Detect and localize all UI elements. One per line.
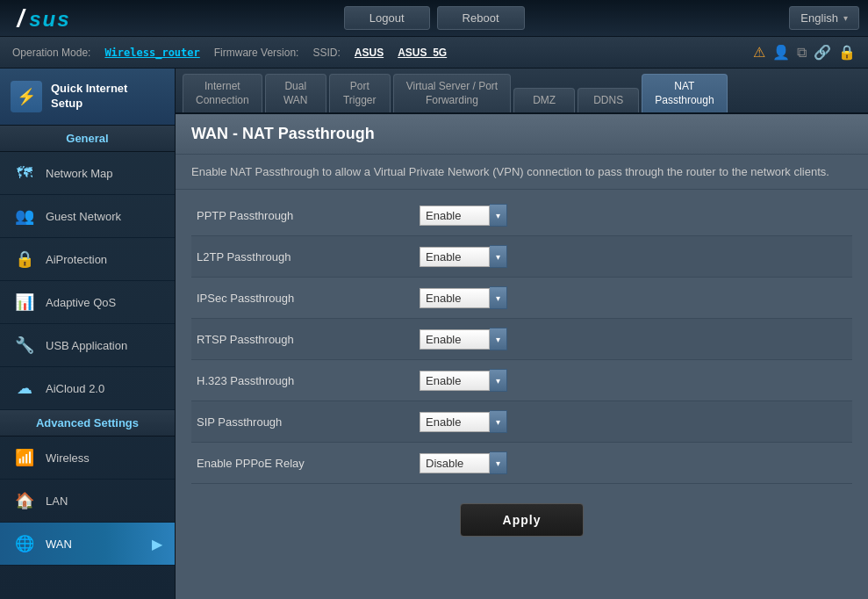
settings-table: PPTP Passthrough Enable Disable ▾ L2TP P… [176,190,868,489]
tab-dual-wan[interactable]: DualWAN [265,74,326,112]
sidebar-item-lan-label: LAN [46,494,68,508]
link-icon: 🔗 [814,44,831,61]
logo: /sus [9,3,79,34]
logout-button[interactable]: Logout [344,6,430,30]
adaptive-qos-icon: 📊 [12,290,37,314]
h323-select[interactable]: Enable Disable [420,371,490,391]
pppoe-dropdown-arrow[interactable]: ▾ [490,451,507,474]
rtsp-dropdown-wrapper: Enable Disable ▾ [420,328,507,350]
pptp-dropdown-arrow[interactable]: ▾ [490,204,507,227]
usb-application-icon: 🔧 [12,333,37,357]
tab-port-trigger[interactable]: PortTrigger [329,74,391,112]
tabs-bar: InternetConnection DualWAN PortTrigger V… [176,69,868,114]
sidebar-item-wireless-label: Wireless [46,451,90,465]
language-label: English [800,11,838,25]
pppoe-dropdown-wrapper: Disable Enable ▾ [420,451,507,474]
language-button[interactable]: English ▾ [789,6,859,30]
main-layout: ⚡ Quick InternetSetup General 🗺 Network … [0,69,868,599]
l2tp-dropdown-wrapper: Enable Disable ▾ [420,245,507,268]
sidebar-item-wan-label: WAN [46,538,72,551]
ipsec-dropdown-arrow[interactable]: ▾ [490,286,507,309]
table-row: Enable PPPoE Relay Disable Enable ▾ [191,443,852,484]
sidebar-advanced-header: Advanced Settings [0,410,175,437]
sidebar-item-aicloud[interactable]: ☁ AiCloud 2.0 [0,367,175,410]
chevron-down-icon: ▾ [843,13,848,23]
tab-virtual-server[interactable]: Virtual Server / PortForwarding [393,74,511,112]
table-row: L2TP Passthrough Enable Disable ▾ [191,236,852,278]
pppoe-select[interactable]: Disable Enable [420,453,490,473]
header-center: Logout Reboot [79,6,789,30]
sip-label: SIP Passthrough [191,415,420,429]
sidebar-item-lan[interactable]: 🏠 LAN [0,480,175,523]
sidebar-item-wireless[interactable]: 📶 Wireless [0,437,175,480]
status-icons: ⚠ 👤 ⧉ 🔗 🔒 [753,44,856,61]
content-area: InternetConnection DualWAN PortTrigger V… [176,69,868,599]
page-title: WAN - NAT Passthrough [191,125,852,143]
quick-setup-label: Quick InternetSetup [51,82,127,112]
sidebar-item-adaptive-qos-label: Adaptive QoS [46,296,116,309]
table-row: H.323 Passthrough Enable Disable ▾ [191,360,852,401]
quick-setup-icon: ⚡ [11,81,42,112]
rtsp-dropdown-arrow[interactable]: ▾ [490,328,507,350]
ipsec-select[interactable]: Enable Disable [420,288,490,308]
sidebar-item-wan[interactable]: 🌐 WAN ▶ [0,523,175,566]
pppoe-label: Enable PPPoE Relay [191,457,420,470]
page-title-bar: WAN - NAT Passthrough [176,114,868,155]
sidebar-item-adaptive-qos[interactable]: 📊 Adaptive QoS [0,281,175,324]
header-right: English ▾ [789,6,859,30]
warning-icon: ⚠ [753,44,765,61]
sidebar-item-aicloud-label: AiCloud 2.0 [46,382,104,395]
aiprotection-icon: 🔒 [12,247,37,271]
aicloud-icon: ☁ [12,376,37,401]
l2tp-dropdown-arrow[interactable]: ▾ [490,245,507,268]
user-icon: 👤 [772,44,790,61]
page-content: WAN - NAT Passthrough Enable NAT Passthr… [176,114,868,599]
rtsp-control: Enable Disable ▾ [420,328,507,350]
sip-select[interactable]: Enable Disable [420,412,490,432]
firmware-label: Firmware Version: [214,47,299,59]
tab-dmz[interactable]: DMZ [513,88,575,113]
sip-dropdown-arrow[interactable]: ▾ [490,410,507,433]
page-description: Enable NAT Passthrough to allow a Virtua… [176,155,868,190]
logo-text: /sus [17,4,70,32]
ssid-value2: ASUS_5G [398,47,447,59]
h323-dropdown-arrow[interactable]: ▾ [490,369,507,392]
pptp-dropdown-wrapper: Enable Disable ▾ [420,204,507,227]
ssid-value1: ASUS [355,47,384,59]
guest-network-icon: 👥 [12,204,37,228]
tab-nat-passthrough[interactable]: NATPassthrough [642,74,727,112]
sidebar-item-quick-setup[interactable]: ⚡ Quick InternetSetup [0,69,175,126]
pptp-select[interactable]: Enable Disable [420,206,490,226]
pptp-label: PPTP Passthrough [191,209,420,222]
lock-icon: 🔒 [838,44,856,61]
sidebar-item-aiprotection-label: AiProtection [46,253,107,266]
active-arrow-icon: ▶ [152,536,162,552]
apply-button[interactable]: Apply [460,503,585,537]
sidebar-item-guest-network[interactable]: 👥 Guest Network [0,195,175,238]
wan-icon: 🌐 [12,531,37,556]
network-map-icon: 🗺 [12,161,37,185]
ipsec-control: Enable Disable ▾ [420,286,507,309]
ipsec-dropdown-wrapper: Enable Disable ▾ [420,286,507,309]
h323-dropdown-wrapper: Enable Disable ▾ [420,369,507,392]
sidebar-item-aiprotection[interactable]: 🔒 AiProtection [0,238,175,281]
sidebar-item-usb-application-label: USB Application [46,339,127,352]
sidebar-item-usb-application[interactable]: 🔧 USB Application [0,324,175,367]
tab-internet-connection[interactable]: InternetConnection [183,74,262,112]
sidebar-item-network-map[interactable]: 🗺 Network Map [0,152,175,195]
pptp-control: Enable Disable ▾ [420,204,507,227]
table-row: SIP Passthrough Enable Disable ▾ [191,401,852,443]
rtsp-select[interactable]: Enable Disable [420,329,490,350]
operation-mode-label: Operation Mode: [12,47,90,59]
status-bar: Operation Mode: Wireless_router Firmware… [0,37,868,69]
sidebar-item-guest-network-label: Guest Network [46,210,121,223]
h323-control: Enable Disable ▾ [420,369,507,392]
copy-icon: ⧉ [797,45,807,61]
tab-ddns[interactable]: DDNS [577,88,639,113]
sidebar: ⚡ Quick InternetSetup General 🗺 Network … [0,69,176,599]
h323-label: H.323 Passthrough [191,374,420,387]
reboot-button[interactable]: Reboot [437,6,525,30]
l2tp-select[interactable]: Enable Disable [420,247,490,267]
apply-section: Apply [176,489,868,551]
sip-dropdown-wrapper: Enable Disable ▾ [420,410,507,433]
